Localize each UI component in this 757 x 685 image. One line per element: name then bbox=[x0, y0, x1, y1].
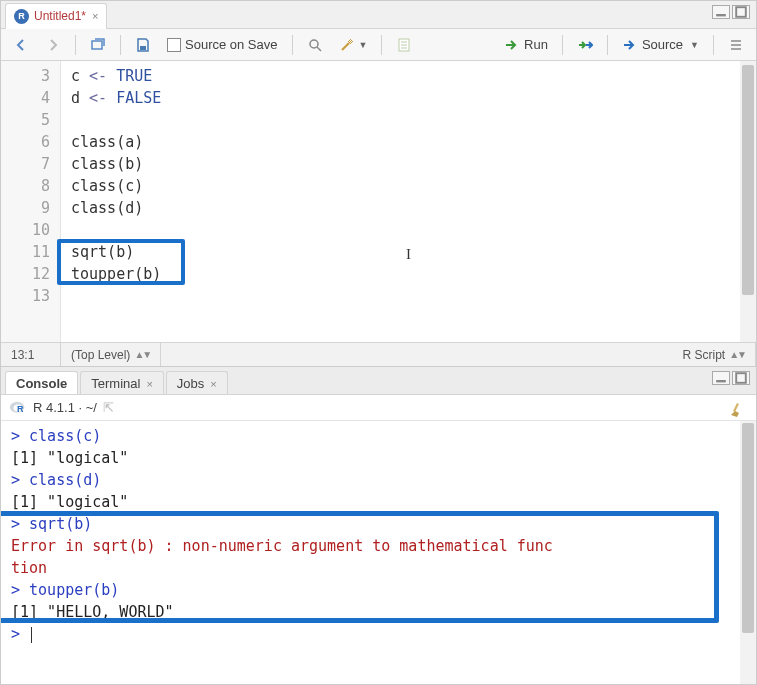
svg-line-5 bbox=[317, 47, 321, 51]
line-number: 3 bbox=[1, 65, 50, 87]
r-script-icon: R bbox=[14, 9, 29, 24]
tab-label: Console bbox=[16, 376, 67, 391]
popout-icon[interactable]: ⇱ bbox=[103, 400, 114, 415]
console-tabs-bar: ConsoleTerminal×Jobs× bbox=[1, 367, 756, 395]
code-line: class(b) bbox=[71, 153, 746, 175]
maximize-pane-icon[interactable] bbox=[732, 371, 750, 385]
code-line: c <- TRUE bbox=[71, 65, 746, 87]
line-number: 13 bbox=[1, 285, 50, 307]
language-selector[interactable]: R Script▲▼ bbox=[673, 343, 756, 366]
code-editor[interactable]: 345678910111213 I c <- TRUEd <- FALSE cl… bbox=[1, 61, 756, 342]
svg-text:R: R bbox=[17, 404, 24, 414]
line-number: 9 bbox=[1, 197, 50, 219]
tab-label: Terminal bbox=[91, 376, 140, 391]
find-button[interactable] bbox=[303, 35, 327, 55]
code-tools-button[interactable]: ▼ bbox=[335, 35, 372, 55]
console-line: > bbox=[11, 623, 746, 645]
console-line: > sqrt(b) bbox=[11, 513, 746, 535]
code-line: d <- FALSE bbox=[71, 87, 746, 109]
code-line bbox=[71, 285, 746, 307]
scrollbar-thumb[interactable] bbox=[742, 65, 754, 295]
line-number: 5 bbox=[1, 109, 50, 131]
svg-rect-2 bbox=[92, 41, 102, 49]
close-icon[interactable]: × bbox=[210, 378, 216, 390]
code-line: toupper(b) bbox=[71, 263, 746, 285]
editor-tab[interactable]: R Untitled1* × bbox=[5, 3, 107, 29]
maximize-pane-icon[interactable] bbox=[732, 5, 750, 19]
code-line: class(a) bbox=[71, 131, 746, 153]
clear-console-button[interactable] bbox=[728, 399, 746, 417]
console-tab-jobs[interactable]: Jobs× bbox=[166, 371, 228, 394]
code-line: class(d) bbox=[71, 197, 746, 219]
chevron-down-icon: ▼ bbox=[690, 40, 699, 50]
line-number: 8 bbox=[1, 175, 50, 197]
text-cursor-icon: I bbox=[406, 243, 411, 265]
source-button[interactable]: Source ▼ bbox=[618, 35, 703, 55]
console-line: [1] "logical" bbox=[11, 447, 746, 469]
save-button[interactable] bbox=[131, 35, 155, 55]
run-button[interactable]: Run bbox=[500, 35, 552, 55]
console-tab-terminal[interactable]: Terminal× bbox=[80, 371, 164, 394]
console-line: [1] "HELLO, WORLD" bbox=[11, 601, 746, 623]
open-in-window-button[interactable] bbox=[86, 35, 110, 55]
line-number: 10 bbox=[1, 219, 50, 241]
minimize-pane-icon[interactable] bbox=[712, 371, 730, 385]
console-line: > class(c) bbox=[11, 425, 746, 447]
editor-status-bar: 13:1 (Top Level)▲▼ R Script▲▼ bbox=[1, 342, 756, 366]
console-line: > toupper(b) bbox=[11, 579, 746, 601]
svg-point-4 bbox=[310, 40, 318, 48]
scrollbar-thumb[interactable] bbox=[742, 423, 754, 633]
editor-toolbar: Source on Save ▼ Run Source ▼ bbox=[1, 29, 756, 61]
r-version-label: R 4.1.1 · ~/ bbox=[33, 400, 97, 415]
code-line bbox=[71, 109, 746, 131]
input-cursor bbox=[31, 627, 32, 643]
pane-window-controls bbox=[712, 5, 750, 19]
console-line: Error in sqrt(b) : non-numeric argument … bbox=[11, 535, 746, 557]
back-button[interactable] bbox=[9, 35, 33, 55]
svg-rect-1 bbox=[736, 7, 746, 17]
source-on-save-label: Source on Save bbox=[185, 37, 278, 52]
tab-label: Jobs bbox=[177, 376, 204, 391]
close-icon[interactable]: × bbox=[146, 378, 152, 390]
line-number: 11 bbox=[1, 241, 50, 263]
compile-report-button[interactable] bbox=[392, 35, 416, 55]
chevron-down-icon: ▼ bbox=[359, 40, 368, 50]
console-line: > class(d) bbox=[11, 469, 746, 491]
source-on-save-checkbox[interactable]: Source on Save bbox=[163, 35, 282, 54]
forward-button[interactable] bbox=[41, 35, 65, 55]
rerun-button[interactable] bbox=[573, 35, 597, 55]
line-number: 7 bbox=[1, 153, 50, 175]
console-line: tion bbox=[11, 557, 746, 579]
console-line: [1] "logical" bbox=[11, 491, 746, 513]
scope-selector[interactable]: (Top Level)▲▼ bbox=[61, 343, 161, 366]
editor-tab-label: Untitled1* bbox=[34, 9, 86, 23]
line-number: 6 bbox=[1, 131, 50, 153]
line-number: 4 bbox=[1, 87, 50, 109]
line-number: 12 bbox=[1, 263, 50, 285]
vertical-scrollbar[interactable] bbox=[740, 61, 756, 342]
checkbox-icon bbox=[167, 38, 181, 52]
line-number-gutter: 345678910111213 bbox=[1, 61, 61, 342]
editor-pane: R Untitled1* × Source on Save ▼ R bbox=[1, 1, 756, 367]
close-icon[interactable]: × bbox=[92, 10, 98, 22]
code-line bbox=[71, 219, 746, 241]
pane-window-controls bbox=[712, 371, 750, 385]
code-content: I c <- TRUEd <- FALSE class(a)class(b)cl… bbox=[61, 61, 756, 342]
console-tab-console[interactable]: Console bbox=[5, 371, 78, 394]
outline-button[interactable] bbox=[724, 35, 748, 55]
editor-tabs-bar: R Untitled1* × bbox=[1, 1, 756, 29]
cursor-position: 13:1 bbox=[1, 343, 61, 366]
source-label: Source bbox=[642, 37, 683, 52]
svg-rect-3 bbox=[140, 46, 146, 50]
vertical-scrollbar[interactable] bbox=[740, 421, 756, 684]
code-line: class(c) bbox=[71, 175, 746, 197]
console-pane: ConsoleTerminal×Jobs× R R 4.1.1 · ~/ ⇱ >… bbox=[1, 367, 756, 684]
r-logo-icon: R bbox=[9, 401, 27, 415]
run-label: Run bbox=[524, 37, 548, 52]
console-info-bar: R R 4.1.1 · ~/ ⇱ bbox=[1, 395, 756, 421]
svg-rect-14 bbox=[736, 373, 746, 383]
console-output[interactable]: > class(c)[1] "logical"> class(d)[1] "lo… bbox=[1, 421, 756, 684]
minimize-pane-icon[interactable] bbox=[712, 5, 730, 19]
